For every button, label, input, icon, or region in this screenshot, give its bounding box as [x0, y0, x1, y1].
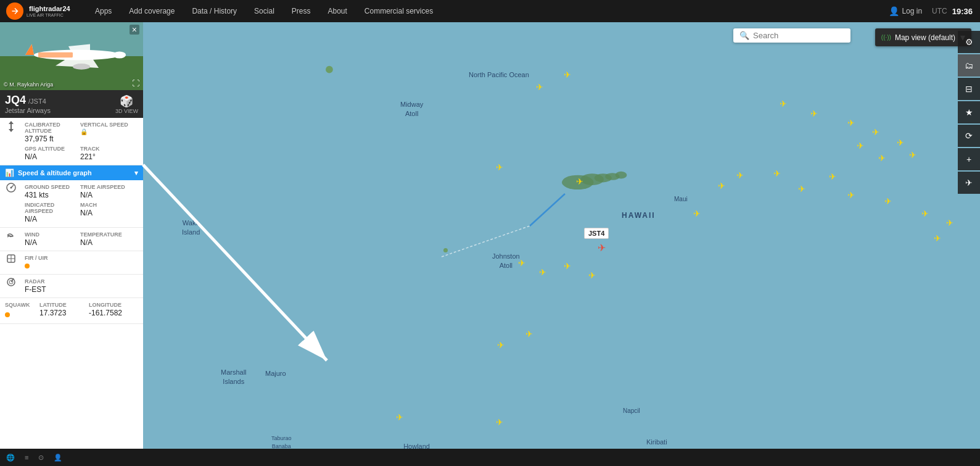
true-airspeed-label: TRUE AIRSPEED — [80, 184, 136, 190]
settings-button[interactable]: ⚙ — [958, 31, 980, 53]
gps-altitude-label: GPS ALTITUDE — [25, 146, 80, 152]
aircraft-15[interactable]: ✈ — [798, 184, 805, 194]
layers-button[interactable]: 🗂 — [958, 54, 980, 77]
layers-icon: 🗂 — [965, 60, 973, 70]
aircraft-8[interactable]: ✈ — [909, 150, 916, 160]
altitude-row: CALIBRATED ALTITUDE 37,975 ft VERTICAL S… — [20, 120, 141, 144]
aircraft-icon: ✈ — [965, 178, 973, 188]
3d-view-icon: 🎲 — [120, 94, 133, 108]
map-background — [0, 22, 980, 466]
speed-altitude-header[interactable]: 📊 Speed & altitude graph ▾ — [0, 165, 143, 180]
aircraft-2[interactable]: ✈ — [564, 70, 571, 80]
longitude-label: LONGITUDE — [89, 302, 138, 308]
aircraft-22[interactable]: ✈ — [496, 162, 503, 172]
aircraft-10[interactable]: ✈ — [878, 153, 886, 163]
login-button[interactable]: 👤 Log in — [889, 6, 922, 16]
user-button[interactable]: 👤 — [54, 454, 62, 462]
aircraft-7[interactable]: ✈ — [897, 138, 904, 148]
brand-tagline: LIVE AIR TRAFFIC — [27, 13, 70, 17]
target-button[interactable]: ⊙ — [38, 454, 44, 462]
bottom-toolbar: 🌐 ≡ ⊙ 👤 — [0, 449, 980, 466]
aircraft-28[interactable]: ✈ — [525, 329, 533, 339]
aircraft-29[interactable]: ✈ — [497, 340, 504, 350]
aircraft-16[interactable]: ✈ — [847, 190, 855, 200]
aircraft-23[interactable]: ✈ — [693, 209, 701, 218]
star-button[interactable]: ★ — [958, 101, 980, 123]
svg-marker-32 — [9, 121, 14, 124]
nav-menu: Apps Add coverage Data / History Social … — [86, 0, 889, 22]
aircraft-27[interactable]: ✈ — [539, 267, 546, 277]
nav-social[interactable]: Social — [245, 0, 283, 22]
aircraft-24[interactable]: ✈ — [564, 261, 571, 271]
refresh-button[interactable]: ⟳ — [958, 125, 980, 147]
close-sidebar-button[interactable]: × — [130, 25, 139, 35]
map-view-button[interactable]: ((·)) Map view (default) ▾ — [875, 28, 971, 46]
squawk-section: SQUAWK LATITUDE 17.3723 LONGITUDE -161.7… — [0, 298, 143, 324]
nav-data-history[interactable]: Data / History — [183, 0, 245, 22]
photo-credit: © M. Raykahn Ariga — [4, 81, 53, 88]
gps-track-row: GPS ALTITUDE N/A TRACK 221° — [20, 144, 141, 162]
aircraft-4[interactable]: ✈ — [810, 109, 818, 119]
ground-speed-label: GROUND SPEED — [25, 184, 80, 190]
nav-about[interactable]: About — [319, 0, 355, 22]
indicated-airspeed-value: N/A — [25, 215, 80, 223]
aircraft-3[interactable]: ✈ — [780, 99, 787, 109]
flight-airline: Jetstar Airways — [5, 107, 51, 114]
aircraft-31[interactable]: ✈ — [496, 417, 503, 427]
aircraft-17[interactable]: ✈ — [884, 196, 892, 206]
radar-icon — [2, 277, 20, 287]
aircraft-20[interactable]: ✈ — [934, 233, 941, 243]
svg-point-9 — [326, 66, 333, 73]
logo-circle — [6, 2, 23, 20]
filter-icon: ⊟ — [965, 84, 973, 94]
aircraft-9[interactable]: ✈ — [857, 141, 864, 151]
temperature-col: TEMPERATURE N/A — [80, 231, 136, 247]
speed-icon — [2, 183, 20, 193]
top-navigation: flightradar24 LIVE AIR TRAFFIC Apps Add … — [0, 0, 980, 22]
aircraft-26[interactable]: ✈ — [518, 258, 525, 268]
aircraft-25[interactable]: ✈ — [588, 270, 596, 280]
logo[interactable]: flightradar24 LIVE AIR TRAFFIC — [0, 0, 86, 22]
nav-press[interactable]: Press — [283, 0, 319, 22]
track-col: TRACK 221° — [80, 146, 136, 161]
selected-aircraft-jst4[interactable]: ✈ — [598, 242, 606, 254]
menu-button[interactable]: ≡ — [25, 454, 28, 461]
nav-commercial[interactable]: Commercial services — [356, 0, 442, 22]
radar-value: F-EST — [25, 285, 136, 294]
aircraft-12[interactable]: ✈ — [773, 169, 781, 178]
minus-button[interactable]: ✈ — [958, 172, 980, 194]
globe-button[interactable]: 🌐 — [6, 454, 15, 462]
speed-altitude-header-left: 📊 Speed & altitude graph — [5, 169, 92, 177]
search-input[interactable] — [753, 31, 844, 40]
add-button[interactable]: + — [958, 148, 980, 170]
aircraft-21[interactable]: ✈ — [576, 177, 583, 186]
nav-apps[interactable]: Apps — [86, 0, 120, 22]
aircraft-18[interactable]: ✈ — [921, 209, 929, 218]
aircraft-6[interactable]: ✈ — [872, 127, 879, 137]
expand-photo-icon[interactable]: ⛶ — [132, 79, 139, 88]
aircraft-1[interactable]: ✈ — [536, 82, 543, 92]
true-airspeed-value: N/A — [80, 191, 136, 199]
track-label: TRACK — [80, 146, 136, 152]
aircraft-photo-svg — [0, 22, 143, 90]
aircraft-13[interactable]: ✈ — [736, 170, 744, 180]
fir-icon — [2, 254, 20, 264]
map-area[interactable]: ✈ ✈ ✈ ✈ ✈ ✈ ✈ ✈ ✈ ✈ ✈ ✈ ✈ ✈ ✈ ✈ ✈ ✈ ✈ ✈ … — [0, 22, 980, 466]
search-bar[interactable]: 🔍 — [733, 28, 850, 43]
vertical-speed-label: VERTICAL SPEED — [80, 122, 136, 128]
filter-button[interactable]: ⊟ — [958, 78, 980, 100]
fir-row: FIR / UIR — [20, 254, 141, 272]
settings-icon: ⚙ — [965, 37, 973, 47]
altitude-icon — [2, 120, 20, 133]
aircraft-5[interactable]: ✈ — [847, 118, 855, 128]
svg-point-29 — [73, 64, 90, 70]
view-3d-button[interactable]: 🎲 3D VIEW — [115, 94, 138, 114]
svg-rect-1 — [0, 22, 980, 466]
aircraft-19[interactable]: ✈ — [946, 218, 953, 228]
svg-point-36 — [10, 187, 12, 189]
aircraft-14[interactable]: ✈ — [718, 181, 725, 191]
jst4-callsign-label[interactable]: JST4 — [584, 228, 609, 239]
aircraft-11[interactable]: ✈ — [829, 172, 836, 181]
aircraft-30[interactable]: ✈ — [396, 412, 403, 422]
nav-add-coverage[interactable]: Add coverage — [120, 0, 183, 22]
